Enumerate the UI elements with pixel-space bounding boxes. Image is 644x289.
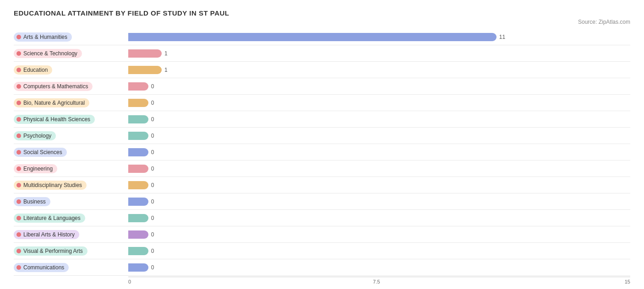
bar-fill-science-technology <box>128 49 162 58</box>
label-text-physical-health-sciences: Physical & Health Sciences <box>23 116 90 123</box>
label-dot-social-sciences <box>16 150 21 155</box>
chart-area: Arts & Humanities 11 Science & Technolog… <box>14 29 630 276</box>
label-text-engineering: Engineering <box>23 166 53 172</box>
bar-row-bio-nature-agricultural: Bio, Nature & Agricultural 0 <box>14 95 630 111</box>
bar-value-arts-humanities: 11 <box>499 34 639 40</box>
label-dot-science-technology <box>16 51 21 56</box>
label-pill-science-technology: Science & Technology <box>14 49 82 58</box>
bar-container-multidisciplinary: 0 <box>128 180 630 190</box>
bar-fill-business <box>128 198 148 206</box>
bar-container-psychology: 0 <box>128 131 630 141</box>
bar-fill-multidisciplinary <box>128 181 148 189</box>
label-dot-engineering <box>16 166 21 171</box>
label-dot-education <box>16 68 21 72</box>
label-text-social-sciences: Social Sciences <box>23 149 62 155</box>
bar-value-computers-mathematics: 0 <box>151 83 639 90</box>
label-pill-liberal-arts-history: Liberal Arts & History <box>14 230 79 239</box>
label-dot-bio-nature-agricultural <box>16 101 21 105</box>
bar-label-science-technology: Science & Technology <box>14 49 128 58</box>
x-tick-max: 15 <box>625 279 630 284</box>
bar-value-physical-health-sciences: 0 <box>151 116 639 123</box>
bar-container-visual-performing-arts: 0 <box>128 246 630 256</box>
bar-row-communications: Communications 0 <box>14 259 630 276</box>
bar-row-science-technology: Science & Technology 1 <box>14 45 630 62</box>
label-text-psychology: Psychology <box>23 133 51 139</box>
bar-label-literature-languages: Literature & Languages <box>14 214 128 223</box>
bar-container-physical-health-sciences: 0 <box>128 114 630 124</box>
label-text-multidisciplinary: Multidisciplinary Studies <box>23 182 82 188</box>
bar-label-bio-nature-agricultural: Bio, Nature & Agricultural <box>14 98 128 107</box>
label-text-literature-languages: Literature & Languages <box>23 215 81 221</box>
bar-label-communications: Communications <box>14 263 128 272</box>
bar-row-visual-performing-arts: Visual & Performing Arts 0 <box>14 243 630 259</box>
label-dot-business <box>16 199 21 204</box>
label-text-business: Business <box>23 198 46 205</box>
bar-value-communications: 0 <box>151 264 639 271</box>
bar-fill-education <box>128 66 162 74</box>
bar-container-literature-languages: 0 <box>128 213 630 223</box>
bar-row-engineering: Engineering 0 <box>14 161 630 177</box>
label-text-arts-humanities: Arts & Humanities <box>23 34 67 40</box>
bar-label-business: Business <box>14 197 128 206</box>
bar-label-computers-mathematics: Computers & Mathematics <box>14 82 128 91</box>
bar-value-visual-performing-arts: 0 <box>151 248 639 254</box>
label-pill-communications: Communications <box>14 263 69 272</box>
label-pill-multidisciplinary: Multidisciplinary Studies <box>14 181 87 190</box>
bar-row-arts-humanities: Arts & Humanities 11 <box>14 29 630 45</box>
label-text-visual-performing-arts: Visual & Performing Arts <box>23 248 83 254</box>
bar-fill-bio-nature-agricultural <box>128 99 148 107</box>
bar-label-psychology: Psychology <box>14 131 128 140</box>
bar-value-psychology: 0 <box>151 133 639 139</box>
label-text-bio-nature-agricultural: Bio, Nature & Agricultural <box>23 100 85 106</box>
bar-fill-literature-languages <box>128 214 148 222</box>
label-pill-engineering: Engineering <box>14 164 57 173</box>
bar-value-business: 0 <box>151 198 639 205</box>
label-pill-bio-nature-agricultural: Bio, Nature & Agricultural <box>14 98 89 107</box>
x-tick-mid: 7.5 <box>128 279 625 284</box>
bar-value-education: 1 <box>164 67 639 73</box>
bar-fill-physical-health-sciences <box>128 115 148 123</box>
bar-row-literature-languages: Literature & Languages 0 <box>14 210 630 226</box>
label-dot-computers-mathematics <box>16 84 21 89</box>
label-text-liberal-arts-history: Liberal Arts & History <box>23 231 75 238</box>
label-pill-physical-health-sciences: Physical & Health Sciences <box>14 115 95 124</box>
label-text-computers-mathematics: Computers & Mathematics <box>23 83 88 90</box>
label-pill-literature-languages: Literature & Languages <box>14 214 85 223</box>
bar-container-engineering: 0 <box>128 164 630 174</box>
bar-fill-computers-mathematics <box>128 82 148 91</box>
label-pill-education: Education <box>14 65 52 75</box>
bar-fill-communications <box>128 263 148 272</box>
bar-container-communications: 0 <box>128 262 630 273</box>
bar-row-psychology: Psychology 0 <box>14 128 630 144</box>
label-pill-social-sciences: Social Sciences <box>14 148 67 157</box>
bar-label-engineering: Engineering <box>14 164 128 173</box>
label-dot-arts-humanities <box>16 35 21 39</box>
bar-value-liberal-arts-history: 0 <box>151 231 639 238</box>
label-dot-physical-health-sciences <box>16 117 21 122</box>
label-dot-liberal-arts-history <box>16 232 21 237</box>
bar-value-social-sciences: 0 <box>151 149 639 155</box>
label-text-science-technology: Science & Technology <box>23 50 77 57</box>
label-dot-multidisciplinary <box>16 183 21 187</box>
bar-label-liberal-arts-history: Liberal Arts & History <box>14 230 128 239</box>
bar-value-engineering: 0 <box>151 166 639 172</box>
label-dot-visual-performing-arts <box>16 249 21 253</box>
bar-label-social-sciences: Social Sciences <box>14 148 128 157</box>
bar-label-multidisciplinary: Multidisciplinary Studies <box>14 181 128 190</box>
bar-row-social-sciences: Social Sciences 0 <box>14 144 630 161</box>
bar-value-literature-languages: 0 <box>151 215 639 221</box>
label-text-communications: Communications <box>23 264 64 271</box>
bar-container-bio-nature-agricultural: 0 <box>128 98 630 108</box>
bar-value-bio-nature-agricultural: 0 <box>151 100 639 106</box>
label-pill-computers-mathematics: Computers & Mathematics <box>14 82 93 91</box>
bar-container-social-sciences: 0 <box>128 147 630 157</box>
bar-container-arts-humanities: 11 <box>128 32 630 42</box>
bar-value-science-technology: 1 <box>164 50 639 57</box>
bar-row-liberal-arts-history: Liberal Arts & History 0 <box>14 226 630 243</box>
source-label: Source: ZipAtlas.com <box>14 19 630 25</box>
label-dot-literature-languages <box>16 216 21 220</box>
bar-container-science-technology: 1 <box>128 48 630 59</box>
bar-row-business: Business 0 <box>14 193 630 210</box>
bar-row-education: Education 1 <box>14 62 630 78</box>
bar-row-multidisciplinary: Multidisciplinary Studies 0 <box>14 177 630 193</box>
